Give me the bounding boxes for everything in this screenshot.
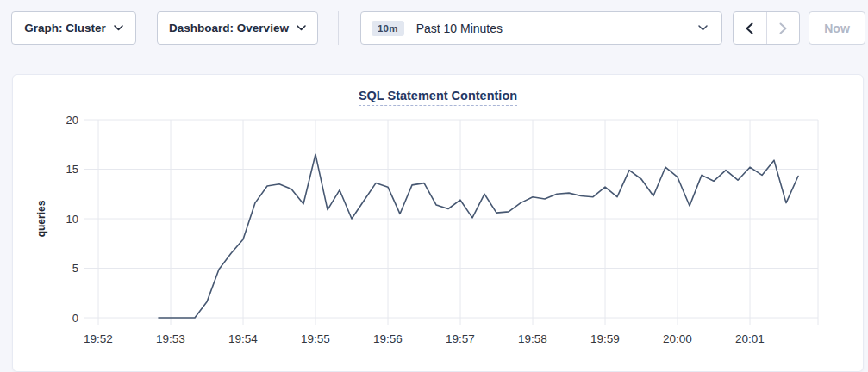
chevron-down-icon xyxy=(698,25,708,31)
chevron-down-icon xyxy=(297,25,306,31)
time-preset-badge: 10m xyxy=(372,21,404,36)
chart-gridlines xyxy=(84,120,818,325)
chevron-down-icon xyxy=(114,25,123,31)
svg-text:19:59: 19:59 xyxy=(590,332,620,345)
svg-text:10: 10 xyxy=(66,213,78,226)
x-axis-tick-labels: 19:5219:5319:5419:5519:5619:5719:5819:59… xyxy=(84,332,765,345)
chevron-left-icon xyxy=(746,22,753,34)
svg-text:20: 20 xyxy=(66,114,78,127)
svg-text:20:01: 20:01 xyxy=(735,332,765,345)
svg-text:19:52: 19:52 xyxy=(84,332,113,345)
svg-text:19:55: 19:55 xyxy=(301,332,330,345)
svg-text:19:56: 19:56 xyxy=(373,332,403,345)
y-axis-unit-label: queries xyxy=(35,200,47,237)
svg-text:5: 5 xyxy=(72,262,78,275)
svg-text:19:54: 19:54 xyxy=(228,332,258,345)
dashboard-dropdown-label: Dashboard: Overview xyxy=(169,22,289,34)
chart-card: SQL Statement Contention 05101520 19:521… xyxy=(12,74,864,372)
chart-line-series xyxy=(159,154,798,318)
svg-text:19:58: 19:58 xyxy=(518,332,547,345)
time-range-label: Past 10 Minutes xyxy=(416,22,503,35)
chevron-right-icon xyxy=(779,22,787,34)
svg-text:20:00: 20:00 xyxy=(663,332,692,345)
graph-dropdown-label: Graph: Cluster xyxy=(24,22,106,34)
graph-dropdown-button[interactable]: Graph: Cluster xyxy=(11,11,136,45)
y-axis-tick-labels: 05101520 xyxy=(66,114,78,325)
svg-text:19:57: 19:57 xyxy=(446,332,475,345)
svg-text:15: 15 xyxy=(66,163,78,176)
now-button[interactable]: Now xyxy=(809,11,865,45)
dashboard-dropdown-button[interactable]: Dashboard: Overview xyxy=(157,11,318,45)
time-range-dropdown[interactable]: 10m Past 10 Minutes xyxy=(360,11,722,45)
svg-text:19:53: 19:53 xyxy=(156,332,185,345)
toolbar-divider xyxy=(338,11,339,45)
time-prev-button[interactable] xyxy=(734,12,766,44)
time-shift-button-group xyxy=(733,11,800,45)
time-next-button[interactable] xyxy=(766,12,800,44)
svg-text:0: 0 xyxy=(72,312,78,325)
contention-chart-plot-area[interactable]: 05101520 19:5219:5319:5419:5519:5619:571… xyxy=(13,75,865,372)
